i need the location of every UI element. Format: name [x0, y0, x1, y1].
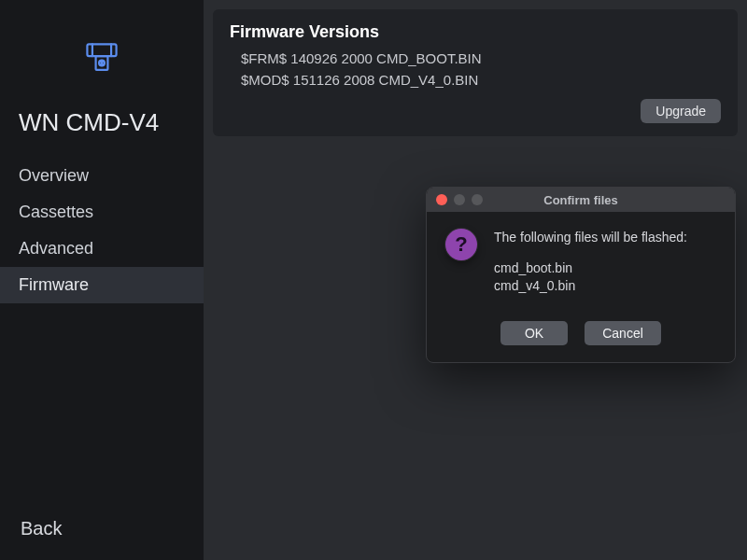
- firmware-versions-card: Firmware Versions $FRM$ 140926 2000 CMD_…: [213, 9, 738, 136]
- confirm-files-dialog: Confirm files ? The following files will…: [426, 187, 736, 363]
- window-controls: [427, 194, 483, 205]
- dialog-body: ? The following files will be flashed: c…: [427, 212, 735, 304]
- ok-button[interactable]: OK: [500, 321, 568, 345]
- device-icon-wrap: [0, 37, 204, 82]
- dialog-lead: The following files will be flashed:: [494, 229, 687, 246]
- question-icon: ?: [445, 229, 477, 260]
- close-icon[interactable]: [436, 194, 447, 205]
- sidebar-item-firmware[interactable]: Firmware: [0, 267, 204, 303]
- sidebar: WN CMD-V4 Overview Cassettes Advanced Fi…: [0, 0, 204, 560]
- sidebar-item-cassettes[interactable]: Cassettes: [0, 194, 204, 231]
- zoom-icon: [472, 194, 483, 205]
- flash-file: cmd_boot.bin: [494, 259, 687, 277]
- minimize-icon: [454, 194, 465, 205]
- main-panel: Firmware Versions $FRM$ 140926 2000 CMD_…: [204, 0, 747, 560]
- back-button[interactable]: Back: [0, 501, 204, 560]
- upgrade-button[interactable]: Upgrade: [641, 99, 721, 123]
- dialog-titlebar[interactable]: Confirm files: [427, 188, 735, 212]
- cancel-button[interactable]: Cancel: [585, 321, 661, 345]
- firmware-line: $MOD$ 151126 2008 CMD_V4_0.BIN: [230, 69, 721, 91]
- card-title: Firmware Versions: [230, 22, 721, 42]
- device-title: WN CMD-V4: [0, 108, 204, 158]
- card-actions: Upgrade: [230, 99, 721, 123]
- flash-file: cmd_v4_0.bin: [494, 277, 687, 295]
- dialog-text: The following files will be flashed: cmd…: [494, 229, 687, 295]
- dialog-actions: OK Cancel: [427, 304, 735, 362]
- sidebar-item-advanced[interactable]: Advanced: [0, 231, 204, 267]
- sidebar-item-overview[interactable]: Overview: [0, 158, 204, 194]
- app-root: WN CMD-V4 Overview Cassettes Advanced Fi…: [0, 0, 747, 560]
- sidebar-nav: Overview Cassettes Advanced Firmware: [0, 158, 204, 303]
- atm-icon: [81, 37, 122, 82]
- firmware-line: $FRM$ 140926 2000 CMD_BOOT.BIN: [230, 48, 721, 69]
